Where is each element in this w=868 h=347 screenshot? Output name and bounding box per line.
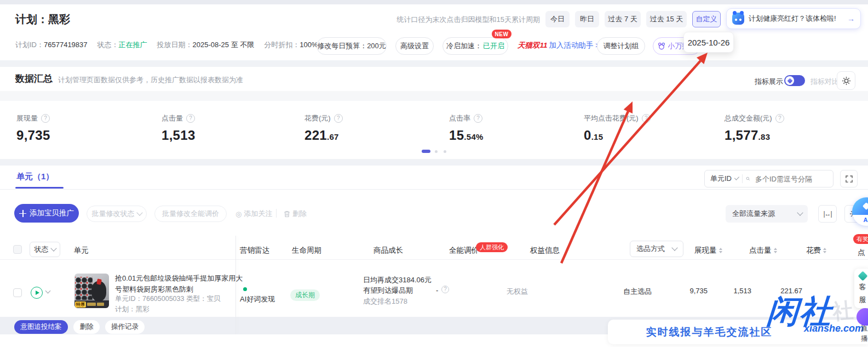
smart-price-value: - [436,286,438,294]
date-filter-today[interactable]: 今日 [545,11,570,27]
col-clicks-sortable[interactable]: 点击量 [749,246,777,255]
search-type-select[interactable]: 单元ID [710,174,732,184]
target-icon: ◎ [235,210,242,218]
plan-info-row: 计划ID：76577419837 状态：正在推广 投放日期：2025-08-25… [15,40,318,50]
coldstart-state: 已开启 [483,41,504,51]
health-check-pill[interactable]: 计划健康亮红灯？该体检啦! → [726,8,861,29]
col-rights: 权益信息 [530,246,560,255]
adjust-plan-group-button[interactable]: 调整计划组 [597,37,645,55]
chevron-down-icon [136,209,142,215]
tab-divider [0,189,868,190]
col-lifecycle: 生命周期 [292,246,321,255]
date-filter-custom[interactable]: 自定义 [692,11,721,27]
growth-line1: 日均再成交3184.06元 [363,275,432,285]
growth-line2: 有望到达爆品期 [363,286,413,295]
carousel-dot[interactable] [435,150,438,153]
metric-display-label: 指标展示 [755,77,783,87]
metric-impressions: 展现量? 9,735 [16,113,50,143]
traffic-source-select[interactable]: 全部流量来源 [726,205,808,223]
help-icon[interactable]: ? [775,114,784,123]
column-width-button[interactable]: |↔| [818,205,837,223]
floating-live-char[interactable]: 播 [861,334,868,344]
radar-value[interactable]: AI好词发现 [240,294,275,304]
summary-band [0,91,868,101]
help-icon[interactable]: ? [41,114,50,123]
radar-dot [243,287,247,291]
batch-status-button[interactable]: 批量修改状态 [87,206,147,222]
reward-badge[interactable]: 有奖 [853,234,868,244]
service-panel-char: 客 [859,282,866,292]
gem-icon [858,271,867,281]
coldstart-label: 冷启加速： [446,41,482,51]
product-title[interactable]: 抢0.01元包邮垃圾袋抽绳手提加厚家用大号塑料袋厨房彩黑色防刺 [115,273,243,295]
footer-delete-button[interactable]: 删除 [73,320,100,334]
service-panel[interactable]: 客 服 [854,269,868,308]
arrow-right-icon[interactable]: → [847,14,855,23]
delete-button[interactable]: 删除 [284,209,307,219]
help-icon[interactable]: ? [642,114,651,123]
status-filter[interactable]: 状态 [30,242,60,257]
play-status-button[interactable] [31,287,43,299]
tmall-activity-link[interactable]: 天猫双11 加入活动助手 > [518,41,600,50]
clicks-value: 1,513 [713,287,751,295]
date-filter-15d[interactable]: 过去 15 天 [646,11,687,27]
smart-price-badge: 人群强化 [476,242,508,252]
col-growth: 商品成长 [373,246,403,255]
unit-search-group: 单元ID [704,170,833,187]
section-gap [0,159,868,166]
selection-method-filter[interactable]: 选品方式 [630,241,683,257]
expand-button[interactable] [840,170,858,187]
plus-icon [19,210,26,217]
section-gap [0,60,868,67]
date-filter-yesterday[interactable]: 昨日 [575,11,599,27]
unit-meta: 单元ID：76605005033 类型：宝贝 [115,294,220,304]
toggle-knob [785,76,794,85]
help-icon[interactable]: ? [186,114,195,123]
batch-smart-price-button[interactable]: 批量修改全能调价 [154,206,227,222]
divider [742,174,743,183]
col-impressions-sortable[interactable]: 展现量 [694,246,722,255]
tab-units[interactable]: 单元（1） [16,172,54,182]
plan-id: 计划ID：76577419837 [15,40,88,50]
stats-note: 统计口径为末次点击归因模型和15天累计周期 [397,15,540,25]
health-tip-text: 计划健康亮红灯？该体检啦! [749,14,836,24]
edge-partial-column: 点 [858,248,865,258]
help-icon[interactable]: ? [441,286,449,293]
help-icon[interactable]: ? [334,114,343,123]
plan-discount: 分时折扣：100% [264,40,318,50]
bag-roll-stack [75,277,93,300]
badge-deco [97,303,104,306]
advanced-settings-button[interactable]: 高级设置 [395,37,434,55]
date-filter-7d[interactable]: 过去 7 天 [605,11,641,27]
coldstart-button[interactable]: 冷启加速： 已开启 [442,37,508,55]
tmall-action: 加入活动助手 > [549,41,600,50]
gear-icon [842,76,851,86]
plan-status: 状态：正在推广 [97,40,147,50]
header-checkbox[interactable] [13,245,22,254]
add-watch-button[interactable]: ◎ 添加关注 [235,209,272,219]
metric-compare-label[interactable]: 指标对比 [810,77,839,87]
row-checkbox[interactable] [13,288,22,297]
search-input[interactable] [754,174,827,184]
selection-value: 自主选品 [623,287,652,297]
metric-cpc: 平均点击花费(元)? 0.15 [584,113,651,143]
chevron-down-icon [734,175,739,180]
sort-icon [774,248,777,253]
intent-retarget-button[interactable]: 意图追投结案 [14,320,68,334]
search-icon [746,175,750,183]
product-image[interactable]: 特厚 [74,274,109,308]
budget-button[interactable]: 修改每日预算：200元 [317,37,387,55]
lifecycle-tag: 成长期 [290,289,320,301]
add-item-button[interactable]: 添加宝贝推广 [14,204,79,223]
header-bottom-border [0,259,868,260]
summary-settings-button[interactable] [837,71,855,90]
col-cost-sortable[interactable]: 花费 [806,246,826,255]
carousel-dot[interactable] [444,150,446,153]
summary-subtitle: 计划管理页面数据仅供参考，历史推广数据以报表数据为准 [58,75,243,85]
metric-ctr: 点击率? 15.54% [449,113,484,143]
carousel-dot-active[interactable] [422,150,430,153]
metric-display-toggle[interactable] [784,75,805,86]
image-badge-strip: 特厚 [74,300,109,308]
operation-log-button[interactable]: 操作记录 [105,320,145,334]
help-icon[interactable]: ? [474,114,482,123]
